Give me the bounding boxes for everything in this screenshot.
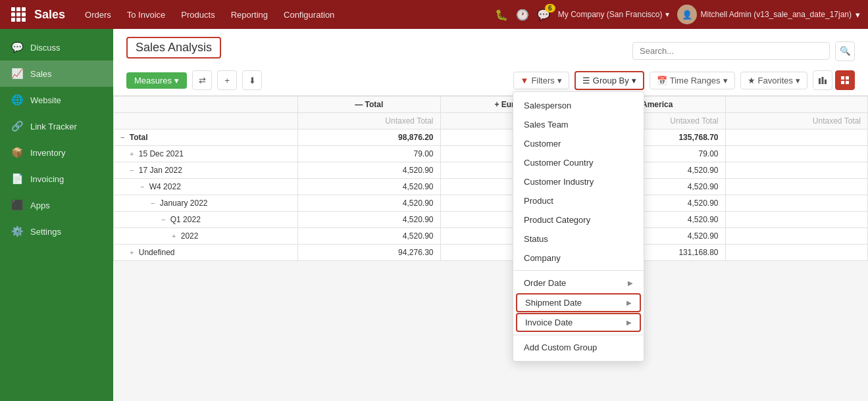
grid-view-button[interactable] — [835, 70, 855, 90]
groupby-order-date[interactable]: Order Date ▶ — [513, 273, 644, 293]
svg-rect-0 — [819, 78, 821, 84]
expand-q1[interactable]: − — [161, 216, 165, 224]
download-button[interactable]: ⬇ — [242, 70, 262, 90]
nav-orders[interactable]: Orders — [78, 6, 118, 24]
row-label-undefined: + Undefined — [114, 245, 298, 261]
sidebar-label-apps: Apps — [30, 200, 50, 210]
groupby-shipment-date-label: Shipment Date — [525, 298, 582, 308]
sidebar-item-website[interactable]: 🌐 Website — [0, 87, 113, 113]
col-header-row-label — [114, 113, 298, 130]
groupby-product-category[interactable]: Product Category — [513, 210, 644, 229]
discuss-icon: 💬 — [11, 41, 24, 54]
measures-button[interactable]: Measures ▾ — [126, 72, 187, 89]
groupby-sales-team-label: Sales Team — [524, 120, 569, 130]
grid-icon — [11, 7, 26, 22]
filters-button[interactable]: ▼ Filters ▾ — [513, 72, 569, 89]
svg-rect-5 — [841, 81, 844, 84]
sidebar-item-discuss[interactable]: 💬 Discuss — [0, 34, 113, 60]
favorites-label: Favorites — [758, 76, 793, 85]
groupby-add-custom-label: Add Custom Group — [524, 342, 597, 352]
timeranges-button[interactable]: 📅 Time Ranges ▾ — [650, 72, 735, 89]
company-chevron: ▾ — [665, 10, 669, 19]
timeranges-label: Time Ranges — [670, 76, 721, 85]
expand-dec2021[interactable]: + — [130, 150, 134, 158]
nav-products[interactable]: Products — [174, 6, 221, 24]
sidebar-item-apps[interactable]: ⬛ Apps — [0, 192, 113, 218]
groupby-salesperson[interactable]: Salesperson — [513, 96, 644, 115]
row-val-europe-jan2022-month: 4,520.90 — [298, 195, 441, 212]
row-label-q1: − Q1 2022 — [114, 212, 298, 228]
nav-reporting[interactable]: Reporting — [224, 6, 274, 24]
exchange-icon-button[interactable]: ⇄ — [192, 70, 212, 90]
groupby-company[interactable]: Company — [513, 248, 644, 268]
sidebar-item-invoicing[interactable]: 📄 Invoicing — [0, 166, 113, 192]
row-label-jan2022: − 17 Jan 2022 — [114, 162, 298, 179]
table-row: + 15 Dec 2021 79.00 79.00 — [114, 146, 868, 162]
expand-jan2022[interactable]: − — [130, 166, 134, 174]
expand-undefined[interactable]: + — [130, 248, 134, 256]
groupby-product[interactable]: Product — [513, 191, 644, 210]
svg-rect-3 — [841, 76, 844, 80]
sidebar-label-sales: Sales — [30, 69, 52, 79]
expand-w4[interactable]: − — [140, 183, 144, 191]
invoicing-icon: 📄 — [11, 172, 24, 185]
sales-icon: 📈 — [11, 67, 24, 80]
app-grid-button[interactable] — [8, 4, 29, 25]
page-title: Sales Analysis — [136, 41, 212, 54]
content-area: Sales Analysis 🔍 Measures ▾ ⇄ + ⬇ — [113, 29, 868, 401]
filters-chevron: ▾ — [557, 76, 562, 85]
sidebar-item-sales[interactable]: 📈 Sales — [0, 60, 113, 87]
company-selector[interactable]: My Company (San Francisco) ▾ — [558, 10, 669, 19]
chat-notification[interactable]: 💬 6 — [537, 8, 550, 21]
measures-label: Measures — [134, 76, 172, 85]
groupby-button[interactable]: ☰ Group By ▾ — [574, 71, 644, 90]
groupby-add-custom[interactable]: Add Custom Group — [513, 338, 644, 357]
nav-right-area: 🐛 🕐 💬 6 My Company (San Francisco) ▾ 👤 M… — [495, 5, 860, 24]
favorites-chevron: ▾ — [796, 76, 800, 85]
filters-label: Filters — [531, 76, 554, 85]
expand-2022[interactable]: + — [172, 232, 176, 240]
user-menu[interactable]: 👤 Mitchell Admin (v13_sale_ana_date_17ja… — [677, 5, 860, 24]
sidebar-item-settings[interactable]: ⚙️ Settings — [0, 218, 113, 245]
groupby-status[interactable]: Status — [513, 229, 644, 248]
row-label-jan2022-month: − January 2022 — [114, 195, 298, 212]
nav-configuration[interactable]: Configuration — [277, 6, 341, 24]
toolbar-right: ▼ Filters ▾ ☰ Group By ▾ 📅 Time Ranges ▾ — [513, 70, 855, 90]
groupby-invoice-date-label: Invoice Date — [525, 318, 573, 327]
groupby-invoice-date[interactable]: Invoice Date ▶ — [516, 313, 641, 332]
groupby-status-label: Status — [524, 234, 548, 244]
sidebar-label-discuss: Discuss — [30, 43, 61, 53]
svg-rect-4 — [846, 76, 849, 80]
sidebar-item-link-tracker[interactable]: 🔗 Link Tracker — [0, 113, 113, 139]
groupby-customer-industry[interactable]: Customer Industry — [513, 172, 644, 191]
clock-icon[interactable]: 🕐 — [516, 8, 529, 21]
groupby-customer-country[interactable]: Customer Country — [513, 153, 644, 172]
sidebar-item-inventory[interactable]: 📦 Inventory — [0, 139, 113, 166]
bar-chart-view-button[interactable] — [813, 70, 832, 90]
website-icon: 🌐 — [11, 93, 24, 106]
groupby-sales-team[interactable]: Sales Team — [513, 115, 644, 134]
bug-icon[interactable]: 🐛 — [495, 8, 508, 21]
dropdown-separator-1 — [513, 270, 644, 271]
inventory-icon: 📦 — [11, 146, 24, 159]
expand-jan2022-month[interactable]: − — [151, 199, 155, 207]
row-val-europe-dec2021: 79.00 — [298, 146, 441, 162]
pivot-table: — Total + Europe + America Untaxed Total… — [113, 96, 868, 261]
groupby-customer-country-label: Customer Country — [524, 158, 593, 168]
page-header: Sales Analysis 🔍 Measures ▾ ⇄ + ⬇ — [113, 29, 868, 96]
add-button[interactable]: + — [217, 70, 237, 90]
row-extra-dec2021 — [725, 146, 868, 162]
groupby-company-label: Company — [524, 253, 561, 263]
groupby-product-category-label: Product Category — [524, 215, 590, 225]
user-name: Mitchell Admin (v13_sale_ana_date_17jan) — [701, 10, 852, 19]
groupby-customer-industry-label: Customer Industry — [524, 177, 594, 187]
groupby-shipment-date[interactable]: Shipment Date ▶ — [516, 293, 641, 312]
row-label-w4: − W4 2022 — [114, 179, 298, 195]
groupby-customer[interactable]: Customer — [513, 134, 644, 153]
measures-chevron: ▾ — [174, 76, 179, 85]
search-input[interactable] — [632, 42, 830, 60]
nav-to-invoice[interactable]: To Invoice — [120, 6, 172, 24]
expand-total[interactable]: − — [120, 133, 124, 141]
favorites-button[interactable]: ★ Favorites ▾ — [740, 72, 807, 89]
search-button[interactable]: 🔍 — [835, 41, 855, 61]
